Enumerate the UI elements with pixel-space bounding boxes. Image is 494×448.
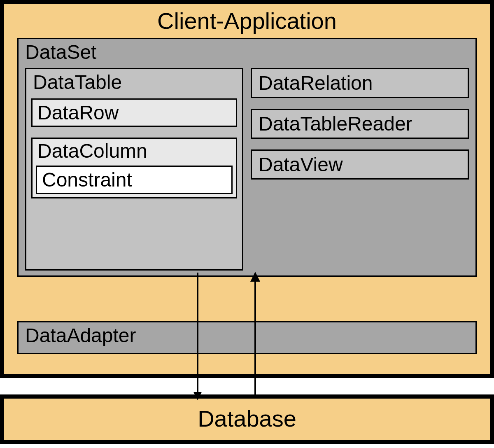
- dataset-columns: DataTable DataRow DataColumn Constraint …: [25, 68, 469, 271]
- datarelation-box: DataRelation: [251, 68, 469, 98]
- datatable-box: DataTable DataRow DataColumn Constraint: [25, 68, 243, 271]
- constraint-box: Constraint: [36, 166, 233, 194]
- dataset-right-column: DataRelation DataTableReader DataView: [251, 68, 469, 271]
- dataset-title: DataSet: [19, 39, 475, 68]
- dataset-left-column: DataTable DataRow DataColumn Constraint: [25, 68, 243, 271]
- datatable-title: DataTable: [31, 69, 237, 98]
- dataview-box: DataView: [251, 149, 469, 180]
- datacolumn-title: DataColumn: [36, 139, 233, 166]
- dataset-box: DataSet DataTable DataRow DataColumn Con…: [17, 38, 477, 277]
- architecture-diagram: Client-Application DataSet DataTable Dat…: [0, 0, 494, 448]
- datacolumn-box: DataColumn Constraint: [31, 138, 237, 198]
- client-application-title: Client-Application: [4, 4, 490, 37]
- datatablereader-box: DataTableReader: [251, 109, 469, 139]
- dataadapter-box: DataAdapter: [17, 321, 477, 354]
- database-box: Database: [0, 394, 494, 444]
- datarow-box: DataRow: [31, 98, 237, 127]
- client-application-box: Client-Application DataSet DataTable Dat…: [0, 0, 494, 378]
